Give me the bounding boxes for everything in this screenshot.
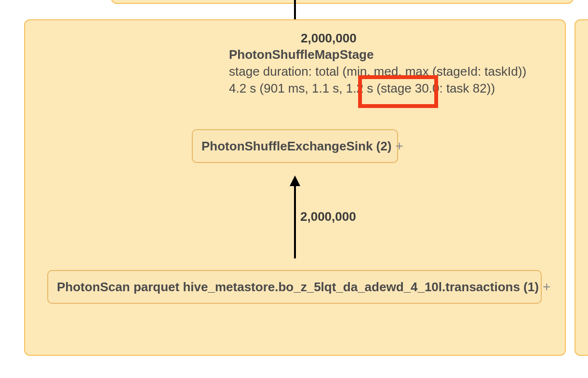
edge-rows-top: 2,000,000: [301, 31, 357, 46]
stage-duration-values: 4.2 s (901 ms, 1.1 s, 1.2 s (stage 30.0:…: [229, 80, 537, 97]
edge-rows-mid: 2,000,000: [300, 209, 356, 224]
stage-box-partial-right: [575, 19, 588, 356]
query-plan-canvas: 2,000,000 PhotonShuffleMapStage stage du…: [0, 0, 588, 378]
stage-title: PhotonShuffleMapStage: [229, 46, 537, 63]
expand-icon[interactable]: +: [395, 138, 403, 154]
operator-photon-scan[interactable]: PhotonScan parquet hive_metastore.bo_z_5…: [47, 270, 542, 304]
stage-box-partial-top: [111, 0, 574, 4]
operator-shuffle-exchange-sink[interactable]: PhotonShuffleExchangeSink (2) +: [192, 129, 398, 163]
stage-duration-label: stage duration: total (min, med, max (st…: [229, 63, 537, 80]
stage-header: PhotonShuffleMapStage stage duration: to…: [229, 46, 537, 97]
operator-label: PhotonShuffleExchangeSink (2): [201, 139, 391, 154]
operator-label: PhotonScan parquet hive_metastore.bo_z_5…: [57, 280, 539, 295]
edge-line-mid: [294, 184, 296, 258]
expand-icon[interactable]: +: [543, 279, 550, 295]
